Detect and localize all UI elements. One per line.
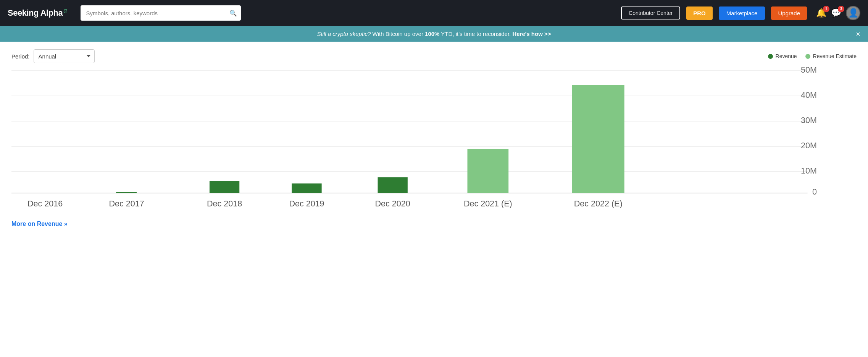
- svg-text:Dec 2018: Dec 2018: [207, 199, 242, 208]
- svg-text:40M: 40M: [801, 90, 817, 100]
- legend-revenue: Revenue: [768, 53, 797, 59]
- svg-text:Dec 2016: Dec 2016: [27, 199, 63, 208]
- notification-badge: 1: [823, 6, 829, 12]
- svg-text:30M: 30M: [801, 115, 817, 125]
- estimate-dot: [805, 54, 810, 59]
- legend-estimate: Revenue Estimate: [805, 53, 857, 59]
- nav-icons: 🔔 1 💬 3 👤: [816, 6, 860, 20]
- svg-text:10M: 10M: [801, 166, 817, 175]
- bar-dec2018: [210, 181, 239, 193]
- avatar-icon: 👤: [848, 8, 858, 18]
- svg-text:20M: 20M: [801, 141, 817, 150]
- promo-banner: Still a crypto skeptic? With Bitcoin up …: [0, 26, 868, 42]
- chart-legend: Revenue Revenue Estimate: [768, 53, 857, 59]
- banner-normal2: YTD, it's time to reconsider.: [441, 31, 512, 37]
- marketplace-button[interactable]: Marketplace: [719, 6, 765, 20]
- bar-dec2020: [378, 177, 408, 193]
- svg-text:0: 0: [812, 187, 817, 196]
- logo-text: Seeking Alpha: [8, 9, 63, 17]
- legend-revenue-label: Revenue: [776, 53, 797, 59]
- more-revenue-link-container: More on Revenue »: [11, 221, 857, 227]
- banner-link[interactable]: Here's how >>: [512, 31, 551, 37]
- more-revenue-link[interactable]: More on Revenue »: [11, 221, 68, 227]
- search-input[interactable]: [81, 5, 241, 21]
- banner-text: Still a crypto skeptic? With Bitcoin up …: [15, 31, 853, 37]
- bar-dec2017: [116, 192, 137, 193]
- main-content: Period: Annual Quarterly TTM Revenue Rev…: [0, 42, 868, 239]
- period-label: Period:: [11, 53, 30, 60]
- upgrade-button[interactable]: Upgrade: [771, 6, 807, 20]
- svg-text:Dec 2021 (E): Dec 2021 (E): [464, 199, 512, 208]
- revenue-chart: 50M 40M 30M 20M 10M 0: [11, 67, 834, 212]
- search-container: 🔍: [81, 5, 241, 21]
- period-select[interactable]: Annual Quarterly TTM: [34, 49, 95, 63]
- messages-button[interactable]: 💬 3: [831, 8, 841, 18]
- banner-close-button[interactable]: ×: [856, 29, 860, 38]
- banner-normal1: With Bitcoin up over: [373, 31, 425, 37]
- navbar: Seeking Alpha α 🔍 Contributor Center PRO…: [0, 0, 868, 26]
- banner-italic: Still a crypto skeptic?: [317, 31, 371, 37]
- message-badge: 3: [838, 6, 844, 12]
- revenue-dot: [768, 54, 773, 59]
- logo-alpha: α: [63, 7, 67, 14]
- banner-bold: 100%: [425, 31, 439, 37]
- chart-svg-container: 50M 40M 30M 20M 10M 0: [11, 67, 834, 212]
- period-control: Period: Annual Quarterly TTM: [11, 49, 95, 63]
- notifications-button[interactable]: 🔔 1: [816, 8, 826, 18]
- pro-button[interactable]: PRO: [686, 6, 713, 20]
- bar-dec2022: [572, 85, 624, 193]
- svg-text:Dec 2022 (E): Dec 2022 (E): [574, 199, 623, 208]
- legend-estimate-label: Revenue Estimate: [813, 53, 857, 59]
- chart-area: 50M 40M 30M 20M 10M 0: [11, 67, 857, 212]
- controls-row: Period: Annual Quarterly TTM Revenue Rev…: [11, 49, 857, 63]
- svg-text:Dec 2019: Dec 2019: [289, 199, 324, 208]
- svg-text:Dec 2017: Dec 2017: [109, 199, 144, 208]
- contributor-center-button[interactable]: Contributor Center: [621, 6, 680, 19]
- bar-dec2019: [292, 183, 321, 193]
- svg-text:50M: 50M: [801, 67, 817, 75]
- logo[interactable]: Seeking Alpha α: [8, 9, 67, 17]
- search-icon: 🔍: [229, 10, 237, 17]
- svg-text:Dec 2020: Dec 2020: [375, 199, 410, 208]
- bar-dec2021: [467, 149, 508, 193]
- avatar[interactable]: 👤: [846, 6, 860, 20]
